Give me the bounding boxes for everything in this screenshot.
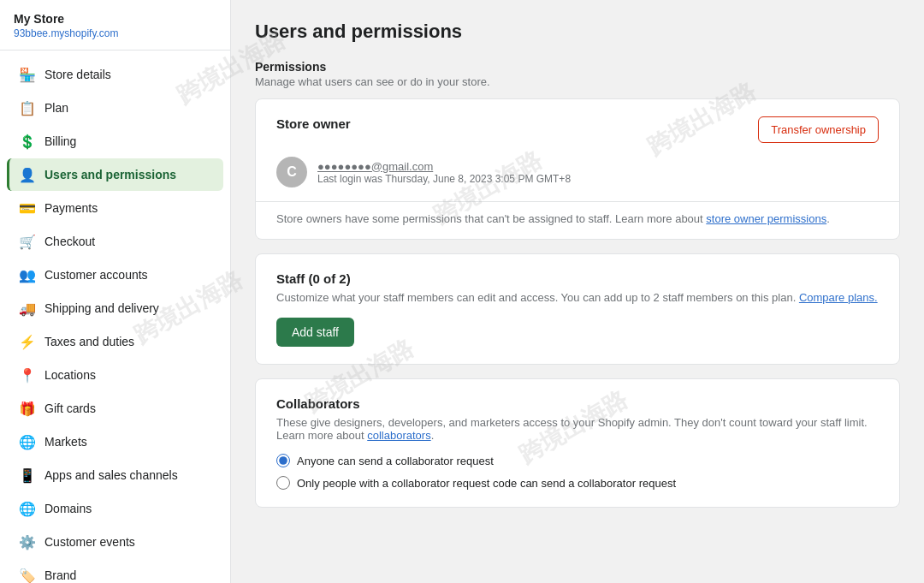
store-owner-header: Store owner Transfer ownership — [256, 99, 899, 157]
sidebar-item-label-domains: Domains — [44, 502, 92, 515]
sidebar-item-label-taxes-and-duties: Taxes and duties — [44, 335, 134, 348]
customer-events-icon: ⚙️ — [19, 533, 36, 550]
owner-details: ●●●●●●●●@gmail.com Last login was Thursd… — [317, 160, 571, 185]
staff-description: Customize what your staff members can ed… — [276, 291, 879, 304]
sidebar-item-label-apps-and-sales-channels: Apps and sales channels — [44, 468, 178, 482]
main-content: Users and permissions Permissions Manage… — [231, 0, 924, 583]
sidebar: My Store 93bbee.myshopify.com 🏪Store det… — [0, 0, 231, 583]
radio-code-only[interactable]: Only people with a collaborator request … — [276, 476, 879, 490]
taxes-and-duties-icon: ⚡ — [19, 333, 36, 350]
permissions-description: Manage what users can see or do in your … — [255, 75, 900, 88]
owner-last-login: Last login was Thursday, June 8, 2023 3:… — [317, 173, 571, 185]
sidebar-item-label-store-details: Store details — [44, 68, 111, 81]
sidebar-header: My Store 93bbee.myshopify.com — [0, 0, 230, 51]
sidebar-item-customer-accounts[interactable]: 👥Customer accounts — [7, 259, 223, 291]
collaborators-description: These give designers, developers, and ma… — [276, 416, 879, 442]
collaborators-card: Collaborators These give designers, deve… — [255, 378, 900, 508]
store-owner-card: Store owner Transfer ownership C ●●●●●●●… — [255, 98, 900, 240]
sidebar-item-shipping-and-delivery[interactable]: 🚚Shipping and delivery — [7, 292, 223, 324]
sidebar-item-label-customer-events: Customer events — [44, 535, 135, 549]
markets-icon: 🌐 — [19, 433, 36, 450]
sidebar-item-label-payments: Payments — [44, 201, 98, 215]
users-and-permissions-icon: 👤 — [19, 166, 36, 183]
gift-cards-icon: 🎁 — [19, 400, 36, 417]
radio-anyone-label: Anyone can send a collaborator request — [297, 455, 494, 467]
sidebar-item-markets[interactable]: 🌐Markets — [7, 425, 223, 458]
owner-email: ●●●●●●●●@gmail.com — [317, 160, 571, 173]
radio-anyone[interactable]: Anyone can send a collaborator request — [276, 454, 879, 467]
radio-code-only-input[interactable] — [276, 476, 290, 490]
sidebar-item-label-brand: Brand — [44, 568, 76, 582]
owner-avatar: C — [276, 157, 307, 187]
staff-card: Staff (0 of 2) Customize what your staff… — [255, 253, 900, 365]
payments-icon: 💳 — [19, 199, 36, 217]
sidebar-item-label-markets: Markets — [44, 435, 87, 449]
sidebar-item-plan[interactable]: 📋Plan — [7, 92, 223, 124]
plan-icon: 📋 — [19, 99, 36, 116]
compare-plans-link[interactable]: Compare plans. — [799, 291, 878, 304]
domains-icon: 🌐 — [19, 500, 36, 517]
collaborators-link[interactable]: collaborators — [367, 429, 430, 442]
shipping-and-delivery-icon: 🚚 — [19, 300, 36, 317]
sidebar-item-checkout[interactable]: 🛒Checkout — [7, 225, 223, 258]
sidebar-item-label-plan: Plan — [44, 101, 68, 115]
sidebar-item-label-locations: Locations — [44, 368, 96, 382]
sidebar-item-label-checkout: Checkout — [44, 235, 95, 248]
owner-permissions-note: Store owners have some permissions that … — [256, 201, 899, 239]
owner-info: C ●●●●●●●●@gmail.com Last login was Thur… — [256, 157, 899, 201]
transfer-ownership-button[interactable]: Transfer ownership — [758, 116, 879, 143]
store-name: My Store — [14, 12, 216, 26]
checkout-icon: 🛒 — [19, 233, 36, 250]
sidebar-item-users-and-permissions[interactable]: 👤Users and permissions — [7, 158, 223, 191]
customer-accounts-icon: 👥 — [19, 266, 36, 283]
collaborators-title: Collaborators — [276, 396, 879, 411]
sidebar-item-billing[interactable]: 💲Billing — [7, 125, 223, 158]
sidebar-item-gift-cards[interactable]: 🎁Gift cards — [7, 392, 223, 425]
sidebar-item-apps-and-sales-channels[interactable]: 📱Apps and sales channels — [7, 459, 223, 491]
sidebar-item-label-gift-cards: Gift cards — [44, 402, 96, 415]
sidebar-item-payments[interactable]: 💳Payments — [7, 192, 223, 224]
sidebar-item-customer-events[interactable]: ⚙️Customer events — [7, 526, 223, 558]
radio-anyone-input[interactable] — [276, 454, 290, 467]
sidebar-item-label-billing: Billing — [44, 134, 76, 148]
add-staff-button[interactable]: Add staff — [276, 318, 354, 347]
permissions-label: Permissions — [255, 60, 900, 74]
radio-code-only-label: Only people with a collaborator request … — [297, 477, 676, 490]
apps-and-sales-channels-icon: 📱 — [19, 467, 36, 484]
brand-icon: 🏷️ — [19, 567, 36, 583]
store-owner-permissions-link[interactable]: store owner permissions — [706, 212, 826, 225]
store-details-icon: 🏪 — [19, 66, 36, 83]
page-title: Users and permissions — [255, 21, 900, 43]
sidebar-item-label-users-and-permissions: Users and permissions — [44, 168, 176, 181]
sidebar-item-store-details[interactable]: 🏪Store details — [7, 58, 223, 91]
staff-title: Staff (0 of 2) — [276, 271, 879, 286]
locations-icon: 📍 — [19, 366, 36, 384]
collaborator-radio-group: Anyone can send a collaborator request O… — [276, 454, 879, 490]
sidebar-item-locations[interactable]: 📍Locations — [7, 359, 223, 391]
sidebar-nav: 🏪Store details📋Plan💲Billing👤Users and pe… — [0, 51, 230, 583]
sidebar-item-brand[interactable]: 🏷️Brand — [7, 559, 223, 583]
sidebar-item-domains[interactable]: 🌐Domains — [7, 492, 223, 525]
store-url[interactable]: 93bbee.myshopify.com — [14, 27, 119, 39]
sidebar-item-taxes-and-duties[interactable]: ⚡Taxes and duties — [7, 325, 223, 358]
sidebar-item-label-shipping-and-delivery: Shipping and delivery — [44, 301, 159, 315]
billing-icon: 💲 — [19, 133, 36, 150]
store-owner-title: Store owner — [276, 116, 351, 131]
sidebar-item-label-customer-accounts: Customer accounts — [44, 268, 148, 282]
